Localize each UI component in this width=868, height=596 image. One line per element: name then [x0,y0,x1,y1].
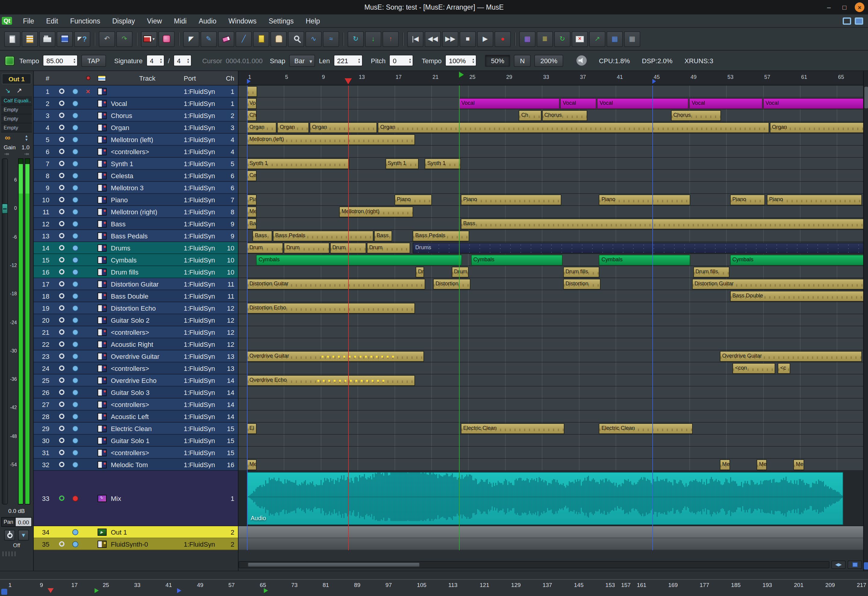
track-row-2[interactable]: 2Vocal1:FluidSyn1 [34,97,238,109]
part[interactable]: Cymbals [730,255,863,266]
track-row-14[interactable]: 14Drums1:FluidSyn10 [34,242,238,254]
pan-tool-button[interactable] [271,31,287,47]
close-button[interactable]: × [855,2,864,12]
spin-arrows-icon[interactable] [187,58,190,63]
stop-button[interactable]: ■ [460,31,476,47]
eraser-tool-button[interactable] [218,31,234,47]
record-arm-cell[interactable] [54,161,69,166]
arranger-lane-1[interactable] [238,86,863,97]
big-time-button[interactable]: ↗ [589,31,605,47]
part[interactable]: Pia [247,195,257,205]
spin-arrows-icon[interactable] [73,58,76,63]
mastertrack-button[interactable]: × [572,31,588,47]
track-port[interactable]: 1:FluidSyn [184,540,222,547]
track-activity-cell[interactable] [69,112,82,118]
record-arm-cell[interactable] [54,401,69,407]
track-activity-cell[interactable] [69,462,82,468]
track-activity-cell[interactable] [69,437,82,443]
part[interactable]: Vocal [689,98,763,109]
menu-view[interactable]: View [141,15,168,26]
track-port[interactable]: 1:FluidSyn [184,208,222,215]
track-row-16[interactable]: 16Drum fills1:FluidSyn10 [34,266,238,278]
track-port[interactable]: 1:FluidSyn [184,160,222,167]
track-activity-cell[interactable] [69,353,82,359]
vertical-scrollbar[interactable] [863,71,868,571]
power-button[interactable] [4,530,15,541]
track-row-3[interactable]: 3Chorus1:FluidSyn2 [34,109,238,122]
track-activity-cell[interactable] [69,173,82,179]
menu-audio[interactable]: Audio [193,15,223,26]
arranger-lane-34[interactable] [238,526,863,538]
record-arm-cell[interactable] [54,293,69,299]
glue-tool-button[interactable] [253,31,269,47]
track-port[interactable]: 1:FluidSyn [184,280,222,288]
zoom-out-button[interactable]: 50% [485,55,510,66]
track-activity-cell[interactable] [69,413,82,419]
track-row-18[interactable]: 18Bass Double1:FluidSyn11 [34,290,238,302]
record-arm-cell[interactable] [54,438,69,443]
part[interactable]: Vocal [459,98,560,109]
track-row-32[interactable]: 32Melodic Tom1:FluidSyn16 [34,459,238,471]
track-row-33[interactable]: 33Mix1 [34,471,238,526]
record-arm-cell[interactable] [54,209,69,214]
locator-icon[interactable] [652,79,656,84]
track-port[interactable]: 1:FluidSyn [184,244,222,251]
track-row-20[interactable]: 20Guitar Solo 21:FluidSyn12 [34,314,238,326]
track-row-10[interactable]: 10Piano1:FluidSyn7 [34,194,238,206]
zoom-in-button[interactable]: 200% [534,55,563,66]
part[interactable]: Piano [730,195,765,205]
record-arm-cell[interactable] [54,281,69,286]
redo-button[interactable]: ↷ [116,31,133,47]
track-row-9[interactable]: 9Mellotron 31:FluidSyn6 [34,182,238,194]
part[interactable]: Drum [367,243,411,254]
part[interactable]: Distortion [563,279,600,289]
part[interactable]: Me [757,459,767,470]
record-arm-cell[interactable] [54,137,69,142]
volume-fader-handle[interactable] [2,204,8,214]
record-arm-cell[interactable] [54,462,69,467]
zoom-normal-button[interactable]: N [514,55,531,66]
zoom-box-button[interactable] [847,561,862,569]
record-arm-cell[interactable] [54,89,69,94]
arranger-lane-29[interactable]: ElElectric CleanElectric Clean [238,423,863,435]
track-row-11[interactable]: 11Mellotron (right)1:FluidSyn8 [34,206,238,218]
marker-button[interactable]: ↻ [554,31,571,47]
part[interactable]: Synth 1 [247,158,350,169]
track-row-5[interactable]: 5Mellotron (left)1:FluidSyn4 [34,134,238,146]
track-row-1[interactable]: 1×1:FluidSyn1 [34,86,238,97]
tempo-spinbox[interactable]: 85.00 [43,55,78,66]
record-arm-cell[interactable] [54,100,69,106]
part[interactable] [247,86,257,97]
snap-dropdown[interactable]: Bar [289,55,315,66]
arranger-lane-17[interactable]: Distortion GuitarDistortionDistortionDis… [238,278,863,290]
pan-value[interactable]: 0.00 [16,517,32,527]
route-in-icon[interactable]: ↘ [5,86,10,94]
panic-button[interactable] [158,31,175,47]
track-row-24[interactable]: 24<controllers>1:FluidSyn13 [34,362,238,375]
record-button[interactable]: ● [495,31,511,47]
track-activity-cell[interactable] [69,209,82,215]
part[interactable]: Me [247,207,257,217]
punch-out-button[interactable]: ↑ [383,31,399,47]
arranger-lane-4[interactable]: OrganOrganOrganOrganOrgan [238,122,863,134]
part[interactable]: Piano [395,195,432,205]
part[interactable]: Drum fills [563,267,599,277]
mdi-restore-icon[interactable] [843,17,851,24]
tempo-scale-spinbox[interactable]: 100% [445,55,476,66]
record-arm-cell[interactable] [54,221,69,226]
part[interactable]: Cymbals [256,255,462,266]
part[interactable]: Mellotron (left) [247,134,415,145]
menu-help[interactable]: Help [300,15,326,26]
track-activity-cell[interactable] [69,329,82,335]
record-arm-cell[interactable] [54,329,69,335]
track-row-31[interactable]: 31<controllers>1:FluidSyn15 [34,447,238,459]
signature-numerator-spinbox[interactable]: 4 [146,55,164,66]
track-row-29[interactable]: 29Electric Clean1:FluidSyn15 [34,423,238,435]
part[interactable]: Distortion Guitar [247,279,425,289]
arranger-lane-30[interactable] [238,435,863,447]
timeline-ruler[interactable]: 1591317212529333741454953576165 [238,71,863,86]
part[interactable]: Piano [767,195,862,205]
track-port[interactable]: 1:FluidSyn [184,292,222,299]
arranger-lane-23[interactable]: Overdrive GuitarOverdrive Guitar [238,350,863,362]
part[interactable]: Organ [378,122,769,133]
